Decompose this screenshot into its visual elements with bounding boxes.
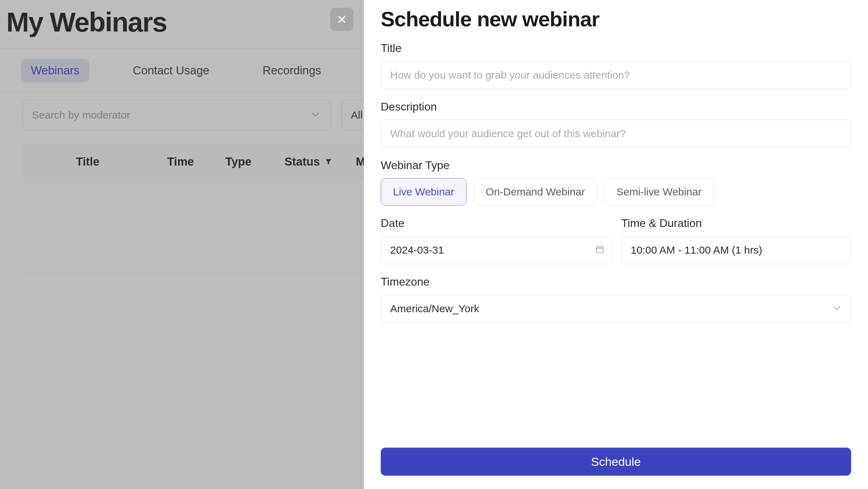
field-description: Description	[381, 100, 851, 148]
label-date: Date	[381, 217, 612, 230]
schedule-button[interactable]: Schedule	[381, 448, 851, 476]
time-duration-input[interactable]	[621, 236, 851, 264]
field-time-duration: Time & Duration	[621, 217, 851, 264]
close-icon	[337, 14, 347, 24]
field-webinar-type: Webinar Type Live Webinar On-Demand Webi…	[381, 159, 851, 206]
drawer-footer: Schedule	[381, 448, 851, 478]
type-live-webinar[interactable]: Live Webinar	[381, 178, 467, 206]
chevron-down-icon	[834, 305, 841, 312]
calendar-icon	[595, 245, 604, 255]
timezone-select[interactable]	[381, 295, 851, 323]
description-input[interactable]	[381, 120, 851, 148]
svg-rect-2	[596, 247, 603, 253]
field-title: Title	[381, 42, 851, 89]
label-webinar-type: Webinar Type	[381, 159, 851, 172]
label-timezone: Timezone	[381, 275, 851, 288]
date-input[interactable]	[381, 236, 612, 264]
type-on-demand-webinar[interactable]: On-Demand Webinar	[474, 178, 597, 206]
label-title: Title	[381, 42, 851, 55]
schedule-webinar-drawer: Schedule new webinar Title Description W…	[364, 0, 868, 489]
field-date: Date	[381, 217, 612, 264]
type-semi-live-webinar[interactable]: Semi-live Webinar	[604, 178, 714, 206]
label-time-duration: Time & Duration	[621, 217, 851, 230]
close-button[interactable]	[330, 8, 353, 31]
title-input[interactable]	[381, 61, 851, 89]
webinar-type-options: Live Webinar On-Demand Webinar Semi-live…	[381, 178, 851, 206]
field-timezone: Timezone	[381, 275, 851, 323]
drawer-heading: Schedule new webinar	[381, 7, 851, 31]
label-description: Description	[381, 100, 851, 113]
row-date-time: Date Time & Duration	[381, 217, 851, 264]
